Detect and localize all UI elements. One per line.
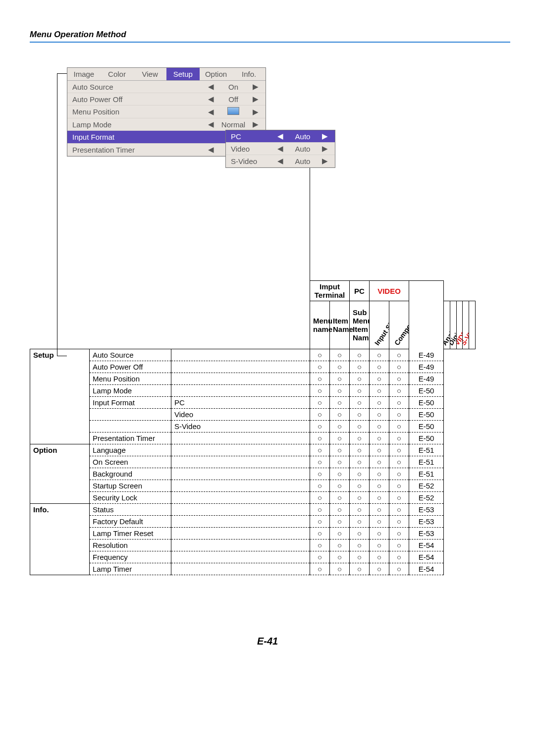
- item-cell: Input Format: [90, 397, 171, 409]
- item-cell: Lamp Timer: [90, 563, 171, 575]
- support-circle: ○: [350, 456, 370, 468]
- osd-row[interactable]: Menu Position◀▶: [67, 106, 266, 118]
- support-circle: ○: [370, 444, 389, 456]
- section-divider: [30, 42, 510, 43]
- hdr-pc: PC: [350, 281, 370, 301]
- osd-row[interactable]: Auto Source◀On▶: [67, 81, 266, 93]
- osd-tab[interactable]: View: [133, 68, 166, 80]
- support-circle: ○: [330, 409, 350, 421]
- support-circle: ○: [350, 551, 370, 563]
- support-circle: ○: [350, 516, 370, 528]
- support-circle: ○: [389, 397, 409, 409]
- support-circle: ○: [389, 349, 409, 361]
- table-row: Startup Screen○○○○○E-52: [30, 480, 476, 492]
- table-row: Lamp Timer Reset○○○○○E-53: [30, 528, 476, 540]
- ref-page-cell: E-49: [409, 349, 444, 361]
- support-circle: ○: [330, 421, 350, 432]
- hdr-menu-name: Menu name: [310, 301, 330, 349]
- osd-sub-row[interactable]: S-Video◀Auto▶: [226, 155, 335, 167]
- table-row: Security Lock○○○○○E-52: [30, 492, 476, 504]
- ref-page-cell: E-50: [409, 432, 444, 444]
- support-circle: ○: [350, 563, 370, 575]
- ref-page-cell: E-51: [409, 444, 444, 456]
- sub-cell: [171, 480, 310, 492]
- support-circle: ○: [330, 361, 350, 373]
- support-circle: ○: [330, 468, 350, 480]
- osd-tab[interactable]: Info.: [232, 68, 266, 80]
- support-circle: ○: [389, 492, 409, 504]
- ref-page-cell: E-54: [409, 563, 444, 575]
- support-circle: ○: [350, 444, 370, 456]
- support-circle: ○: [310, 361, 330, 373]
- osd-sub-row[interactable]: PC◀Auto▶: [226, 130, 335, 143]
- support-circle: ○: [330, 551, 350, 563]
- hdr-item-name: Item Name: [330, 301, 350, 349]
- support-circle: ○: [330, 397, 350, 409]
- sub-cell: [171, 432, 310, 444]
- support-circle: ○: [310, 349, 330, 361]
- connector-line: [57, 356, 67, 356]
- support-circle: ○: [350, 468, 370, 480]
- osd-tab[interactable]: Setup: [166, 68, 200, 80]
- support-circle: ○: [310, 373, 330, 385]
- support-circle: ○: [310, 421, 330, 432]
- support-circle: ○: [389, 409, 409, 421]
- support-circle: ○: [350, 373, 370, 385]
- osd-row[interactable]: Lamp Mode◀Normal▶: [67, 118, 266, 131]
- support-circle: ○: [389, 421, 409, 432]
- osd-row[interactable]: Auto Power Off◀Off▶: [67, 93, 266, 106]
- support-circle: ○: [310, 480, 330, 492]
- sub-cell: [171, 540, 310, 551]
- table-row: Factory Default○○○○○E-53: [30, 516, 476, 528]
- table-row: Lamp Timer○○○○○E-54: [30, 563, 476, 575]
- item-cell: Factory Default: [90, 516, 171, 528]
- osd-area: ImageColorViewSetupOptionInfo. Auto Sour…: [67, 67, 510, 216]
- support-circle: ○: [350, 432, 370, 444]
- menu-name-cell: Option: [30, 444, 90, 504]
- support-circle: ○: [350, 492, 370, 504]
- item-cell: Menu Position: [90, 373, 171, 385]
- support-circle: ○: [370, 492, 389, 504]
- osd-tab[interactable]: Option: [200, 68, 233, 80]
- sub-cell: [171, 468, 310, 480]
- support-circle: ○: [370, 528, 389, 540]
- item-cell: Background: [90, 468, 171, 480]
- position-icon: [227, 107, 239, 115]
- ref-page-cell: E-50: [409, 397, 444, 409]
- support-circle: ○: [330, 492, 350, 504]
- support-circle: ○: [350, 349, 370, 361]
- support-circle: ○: [330, 373, 350, 385]
- support-circle: ○: [370, 385, 389, 397]
- reference-table: Imput Terminal PC VIDEO Menu name Item N…: [30, 280, 476, 575]
- sub-cell: [171, 444, 310, 456]
- support-circle: ○: [330, 563, 350, 575]
- support-circle: ○: [310, 516, 330, 528]
- hdr-analog-rgb: Analog RGB: [444, 301, 450, 349]
- support-circle: ○: [310, 432, 330, 444]
- support-circle: ○: [310, 551, 330, 563]
- support-circle: ○: [310, 528, 330, 540]
- support-circle: ○: [310, 456, 330, 468]
- table-row: Lamp Mode○○○○○E-50: [30, 385, 476, 397]
- ref-page-cell: E-50: [409, 385, 444, 397]
- item-cell: Auto Power Off: [90, 361, 171, 373]
- support-circle: ○: [350, 528, 370, 540]
- support-circle: ○: [370, 432, 389, 444]
- osd-tab[interactable]: Color: [101, 68, 134, 80]
- support-circle: ○: [350, 385, 370, 397]
- support-circle: ○: [389, 540, 409, 551]
- menu-name-cell: Info.: [30, 504, 90, 575]
- sub-cell: [171, 528, 310, 540]
- support-circle: ○: [310, 444, 330, 456]
- support-circle: ○: [370, 516, 389, 528]
- support-circle: ○: [389, 373, 409, 385]
- osd-tab[interactable]: Image: [67, 68, 101, 80]
- support-circle: ○: [370, 563, 389, 575]
- osd-sub-row[interactable]: Video◀Auto▶: [226, 143, 335, 155]
- hdr-input-signal: Input Signal: [370, 301, 389, 349]
- hdr-component: Component: [389, 301, 409, 349]
- support-circle: ○: [310, 492, 330, 504]
- support-circle: ○: [310, 468, 330, 480]
- hdr-video-col: VIDEO: [456, 301, 463, 349]
- table-row: S-Video○○○○○E-50: [30, 421, 476, 432]
